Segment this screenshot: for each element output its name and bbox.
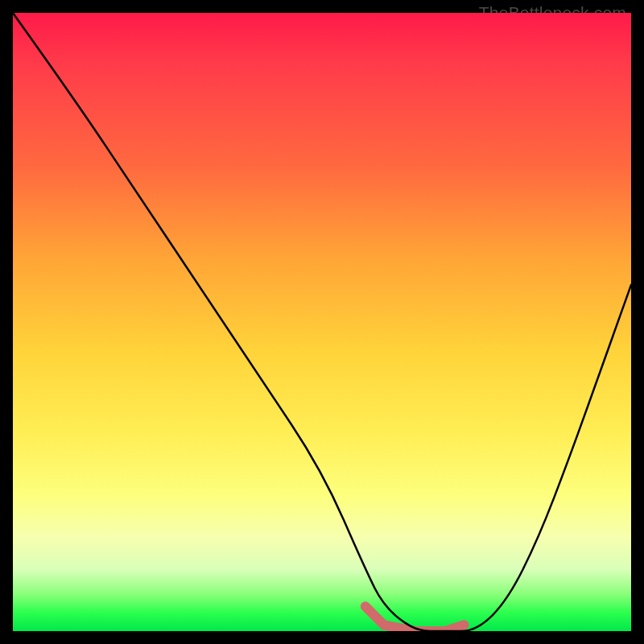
chart-frame: TheBottleneck.com [0, 0, 644, 644]
optimum-band-path [365, 606, 464, 631]
curve-svg [13, 13, 631, 631]
bottleneck-curve-path [13, 13, 631, 631]
gradient-plot-area [13, 13, 631, 631]
